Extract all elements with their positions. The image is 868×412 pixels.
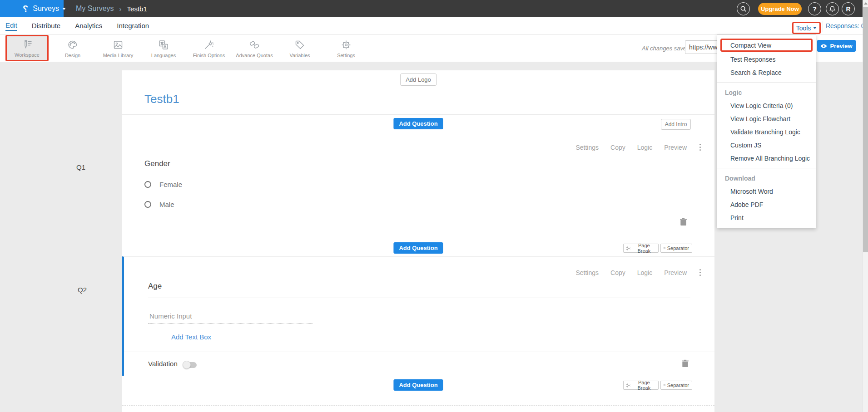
page-break-button[interactable]: Page Break xyxy=(623,381,659,390)
notifications-button[interactable] xyxy=(826,2,839,15)
menu-item-test-responses[interactable]: Test Responses xyxy=(717,53,816,66)
breadcrumb-my-surveys[interactable]: My Surveys xyxy=(76,5,114,13)
scroll-up-arrow-icon[interactable] xyxy=(864,2,868,5)
image-icon xyxy=(112,39,124,51)
answer-option-label[interactable]: Male xyxy=(159,201,174,208)
search-button[interactable] xyxy=(737,2,750,15)
question-number-q2: Q2 xyxy=(78,286,87,294)
toolbar-item-workspace[interactable]: Workspace xyxy=(5,35,49,61)
toolbar-item-design[interactable]: Design xyxy=(52,36,93,61)
chevron-down-icon xyxy=(62,8,66,10)
menu-item-adobe-pdf[interactable]: Adobe PDF xyxy=(717,198,816,211)
validation-row: Validation xyxy=(124,352,714,376)
question-copy-link[interactable]: Copy xyxy=(610,144,625,151)
question-settings-link[interactable]: Settings xyxy=(575,144,599,151)
menu-item-remove-all-branching-logic[interactable]: Remove All Branching Logic xyxy=(717,152,816,165)
toolbar-item-label: Advance Quotas xyxy=(236,53,273,58)
menu-item-custom-js[interactable]: Custom JS xyxy=(717,138,816,152)
page-break-icon xyxy=(626,246,631,251)
vertical-scrollbar[interactable] xyxy=(863,0,868,412)
toolbar-item-label: Variables xyxy=(289,53,310,58)
question-settings-link[interactable]: Settings xyxy=(575,269,599,276)
tab-integration[interactable]: Integration xyxy=(117,22,149,30)
tools-dropdown-menu: Compact View Test Responses Search & Rep… xyxy=(717,34,816,228)
product-name: Surveys xyxy=(33,5,59,13)
delete-question-button[interactable] xyxy=(681,359,689,368)
question-preview-link[interactable]: Preview xyxy=(664,269,687,276)
preview-button[interactable]: Preview xyxy=(817,40,856,52)
trash-icon xyxy=(682,359,689,368)
page-break-label: Page Break xyxy=(633,380,655,391)
save-status-text: All changes saved xyxy=(642,34,690,62)
product-switcher[interactable]: ? Surveys xyxy=(0,0,64,17)
breadcrumb-separator: › xyxy=(119,5,122,13)
kebab-menu-icon[interactable] xyxy=(699,268,702,277)
user-avatar[interactable]: R xyxy=(842,2,855,15)
tab-edit[interactable]: Edit xyxy=(5,21,17,31)
question-card-q2-selected[interactable]: Settings Copy Logic Preview Age Add Text… xyxy=(122,256,714,376)
add-intro-button[interactable]: Add Intro xyxy=(661,119,691,130)
toolbar-item-label: Media Library xyxy=(103,53,134,58)
separator-button[interactable]: Separator xyxy=(660,381,692,390)
add-question-button[interactable]: Add Question xyxy=(393,118,443,129)
help-button[interactable]: ? xyxy=(808,2,821,15)
toolbar-item-advance-quotas[interactable]: Advance Quotas xyxy=(234,36,275,61)
toolbar-item-label: Design xyxy=(65,53,80,58)
separator-label: Separator xyxy=(667,245,689,251)
nav-tabs: Edit Distribute Analytics Integration xyxy=(5,17,149,34)
numeric-answer-input[interactable] xyxy=(148,310,312,324)
preview-label: Preview xyxy=(830,43,852,49)
toolbar-item-finish-options[interactable]: Finish Options xyxy=(188,36,229,61)
menu-item-view-logic-criteria[interactable]: View Logic Criteria (0) xyxy=(717,99,816,112)
question-logic-link[interactable]: Logic xyxy=(637,269,652,276)
tools-label: Tools xyxy=(796,25,811,32)
toolbar-item-label: Finish Options xyxy=(193,53,225,58)
add-text-box-link[interactable]: Add Text Box xyxy=(171,333,211,341)
question-title-q1[interactable]: Gender xyxy=(144,159,170,168)
menu-item-compact-view[interactable]: Compact View xyxy=(720,39,813,52)
menu-item-print[interactable]: Print xyxy=(717,211,816,224)
toolbar-item-languages[interactable]: Languages xyxy=(143,36,184,61)
add-question-button[interactable]: Add Question xyxy=(393,242,443,254)
menu-item-search-replace[interactable]: Search & Replace xyxy=(717,66,816,79)
delete-question-button[interactable] xyxy=(679,218,687,227)
avatar-initial: R xyxy=(846,5,850,13)
top-header-bar: ? Surveys My Surveys › Testb1 Upgrade No… xyxy=(0,0,868,17)
title-underline xyxy=(148,298,690,298)
responses-count[interactable]: Responses: 0 xyxy=(826,17,865,34)
toolbar-item-media-library[interactable]: Media Library xyxy=(98,36,139,61)
tools-dropdown-button[interactable]: Tools xyxy=(792,22,821,34)
palette-icon xyxy=(67,39,79,51)
toolbar-item-label: Languages xyxy=(151,53,176,58)
answer-option-row: Female xyxy=(144,181,182,188)
question-preview-link[interactable]: Preview xyxy=(664,144,687,151)
survey-title[interactable]: Testb1 xyxy=(144,92,179,106)
proprofs-logo-icon: ? xyxy=(23,4,28,14)
breadcrumb-current-survey: Testb1 xyxy=(127,5,147,13)
scrollbar-thumb[interactable] xyxy=(863,7,868,252)
add-question-button[interactable]: Add Question xyxy=(393,379,443,391)
radio-button[interactable] xyxy=(144,201,151,208)
radio-button[interactable] xyxy=(144,181,151,188)
page-break-button[interactable]: Page Break xyxy=(623,244,659,253)
add-logo-button[interactable]: Add Logo xyxy=(400,74,436,86)
menu-item-microsoft-word[interactable]: Microsoft Word xyxy=(717,185,816,198)
menu-divider xyxy=(717,168,816,168)
tab-distribute[interactable]: Distribute xyxy=(32,22,60,30)
tab-analytics[interactable]: Analytics xyxy=(75,22,102,30)
question-title-q2[interactable]: Age xyxy=(148,282,162,291)
question-logic-link[interactable]: Logic xyxy=(637,144,652,151)
separator-button[interactable]: Separator xyxy=(660,244,692,253)
menu-divider xyxy=(717,82,816,83)
question-copy-link[interactable]: Copy xyxy=(610,269,625,276)
toolbar-item-settings[interactable]: Settings xyxy=(326,36,367,61)
validation-toggle[interactable] xyxy=(183,362,197,368)
menu-item-validate-branching-logic[interactable]: Validate Branching Logic xyxy=(717,125,816,138)
menu-item-view-logic-flowchart[interactable]: View Logic Flowchart xyxy=(717,112,816,125)
kebab-menu-icon[interactable] xyxy=(699,143,702,152)
upgrade-now-button[interactable]: Upgrade Now xyxy=(758,3,802,15)
chevron-down-icon xyxy=(813,27,817,29)
validation-label: Validation xyxy=(148,360,178,368)
toolbar-item-variables[interactable]: Variables xyxy=(279,36,320,61)
answer-option-label[interactable]: Female xyxy=(159,181,182,188)
